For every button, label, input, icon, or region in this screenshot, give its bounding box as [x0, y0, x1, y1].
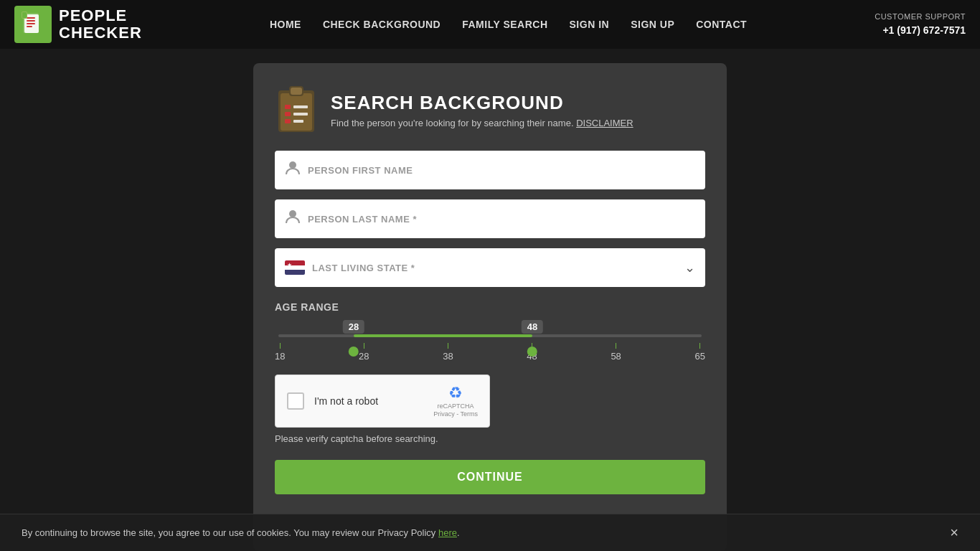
slider-thumb-max[interactable]: 48: [522, 320, 543, 357]
nav-links: HOME CHECK BACKGROUND FAMILY SEARCH SIGN…: [270, 19, 747, 30]
nav-home[interactable]: HOME: [270, 19, 301, 30]
tick-18: 18: [275, 343, 285, 362]
captcha-wrapper: I'm not a robot ♻ reCAPTCHA Privacy - Te…: [275, 375, 705, 444]
logo-text: PEOPLE CHECKER: [59, 7, 142, 42]
first-name-group: [275, 151, 705, 189]
svg-rect-11: [291, 88, 302, 95]
captcha-checkbox[interactable]: [287, 392, 304, 410]
svg-point-18: [289, 161, 296, 169]
svg-rect-3: [27, 20, 35, 22]
age-min-label: 28: [343, 320, 364, 334]
recaptcha-badge: reCAPTCHA: [433, 402, 478, 410]
slider-container[interactable]: 28 48 18 28: [275, 334, 705, 362]
captcha-label: I'm not a robot: [314, 395, 378, 407]
state-select-group: LAST LIVING STATE * AlabamaAlaskaArizona…: [275, 248, 705, 287]
svg-rect-14: [285, 112, 291, 116]
tick-38: 38: [443, 343, 453, 362]
slider-ticks: 18 28 38 48 58: [275, 343, 705, 362]
age-range-label: AGE RANGE: [275, 301, 705, 313]
thumb-dot-min: [349, 347, 359, 357]
svg-rect-17: [293, 120, 303, 123]
main-content: SEARCH BACKGROUND Find the person you're…: [0, 49, 980, 551]
tick-58: 58: [611, 343, 621, 362]
cookie-privacy-link[interactable]: here: [438, 527, 457, 538]
captcha-verify-message: Please verify captcha before searching.: [275, 433, 705, 444]
form-card: SEARCH BACKGROUND Find the person you're…: [253, 63, 727, 551]
slider-thumb-min[interactable]: 28: [343, 320, 364, 357]
navbar: PEOPLE CHECKER HOME CHECK BACKGROUND FAM…: [0, 0, 980, 49]
svg-rect-5: [27, 26, 32, 27]
brand-people: PEOPLE: [59, 7, 142, 24]
age-max-label: 48: [522, 320, 543, 334]
first-name-input[interactable]: [308, 164, 695, 176]
cookie-text: By continuing to browse the site, you ag…: [22, 527, 460, 538]
person-icon-first: [285, 160, 301, 180]
slider-fill: [354, 334, 532, 337]
cookie-close-button[interactable]: ×: [950, 524, 958, 541]
logo-area[interactable]: PEOPLE CHECKER: [14, 6, 142, 43]
form-header: SEARCH BACKGROUND Find the person you're…: [275, 85, 705, 135]
logo-icon: [14, 6, 52, 43]
slider-track: 28 48: [278, 334, 702, 337]
nav-sign-in[interactable]: SIGN IN: [570, 19, 610, 30]
tick-65: 65: [694, 343, 705, 362]
chevron-down-icon: ⌄: [684, 260, 695, 276]
svg-rect-13: [293, 105, 308, 108]
svg-rect-7: [22, 12, 27, 18]
svg-rect-12: [285, 105, 291, 109]
svg-point-19: [289, 210, 296, 217]
last-name-group: [275, 199, 705, 238]
disclaimer-link[interactable]: DISCLAIMER: [576, 118, 633, 128]
brand-checker: CHECKER: [59, 24, 142, 42]
last-name-input[interactable]: [308, 213, 695, 225]
clipboard-icon: [275, 85, 318, 135]
us-flag-icon: [285, 260, 305, 275]
state-select[interactable]: LAST LIVING STATE * AlabamaAlaskaArizona…: [312, 263, 684, 273]
svg-rect-2: [27, 17, 35, 19]
captcha-box[interactable]: I'm not a robot ♻ reCAPTCHA Privacy - Te…: [275, 375, 490, 428]
svg-rect-16: [285, 119, 291, 123]
customer-support: CUSTOMER SUPPORT +1 (917) 672-7571: [875, 11, 966, 38]
form-subtitle: Find the person you're looking for by se…: [331, 118, 633, 128]
thumb-dot-max: [527, 347, 537, 357]
continue-button[interactable]: Continue: [275, 460, 705, 494]
cookie-banner: By continuing to browse the site, you ag…: [0, 514, 980, 551]
support-label: CUSTOMER SUPPORT: [875, 11, 966, 23]
nav-family-search[interactable]: FAMILY SEARCH: [462, 19, 547, 30]
form-title: SEARCH BACKGROUND: [331, 92, 633, 114]
captcha-logo-area: ♻ reCAPTCHA Privacy - Terms: [433, 384, 478, 418]
recaptcha-logo: ♻: [433, 384, 478, 402]
svg-rect-4: [27, 23, 35, 24]
nav-sign-up[interactable]: SIGN UP: [631, 19, 674, 30]
form-header-text: SEARCH BACKGROUND Find the person you're…: [331, 92, 633, 128]
nav-check-background[interactable]: CHECK BACKGROUND: [323, 19, 440, 30]
svg-rect-15: [293, 113, 308, 116]
support-phone: +1 (917) 672-7571: [875, 23, 966, 38]
nav-contact[interactable]: CONTACT: [696, 19, 747, 30]
svg-rect-9: [281, 93, 312, 131]
recaptcha-sub: Privacy - Terms: [433, 410, 478, 418]
person-icon-last: [285, 209, 301, 229]
